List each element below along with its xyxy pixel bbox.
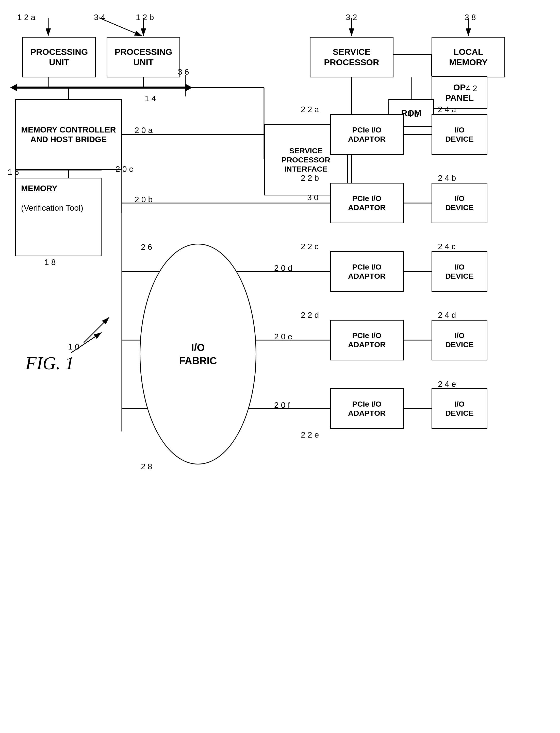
io-device-e-box: I/ODEVICE <box>432 388 487 429</box>
figure-label-text: FIG. 1 <box>25 353 74 373</box>
pcie-io-adaptor-e-box: PCIe I/OADAPTOR <box>330 388 404 429</box>
ref-24e: 2 4 e <box>438 379 456 389</box>
ref-14: 1 4 <box>145 94 156 103</box>
pcie-io-adaptor-a-box: PCIe I/OADAPTOR <box>330 114 404 155</box>
svg-line-47 <box>84 317 109 343</box>
ref-22a: 2 2 a <box>301 105 319 114</box>
ref-22d: 2 2 d <box>301 311 319 320</box>
ref-42: 4 2 <box>466 84 477 93</box>
processing-unit-b-label: PROCESSINGUNIT <box>115 47 172 68</box>
ref-10: 1 0 <box>68 342 79 352</box>
op-panel-box: OPPANEL <box>432 76 487 109</box>
local-memory-box: LOCALMEMORY <box>432 37 505 77</box>
processing-unit-b-box: PROCESSINGUNIT <box>107 37 180 77</box>
io-device-c-box: I/ODEVICE <box>432 251 487 292</box>
processing-unit-a-label: PROCESSING UNIT <box>23 47 95 68</box>
ref-20f: 2 0 f <box>274 400 290 410</box>
pcie-io-adaptor-d-label: PCIe I/OADAPTOR <box>348 331 386 349</box>
io-device-b-label: I/ODEVICE <box>445 194 474 212</box>
pcie-io-adaptor-c-label: PCIe I/OADAPTOR <box>348 263 386 281</box>
service-processor-interface-label: SERVICEPROCESSORINTERFACE <box>282 146 330 174</box>
svg-marker-11 <box>10 84 17 91</box>
service-processor-label: SERVICEPROCESSOR <box>324 47 379 68</box>
ref-34: 3 4 <box>94 13 105 22</box>
memory-sublabel: (Verification Tool) <box>21 203 83 213</box>
ref-28: 2 8 <box>141 462 152 471</box>
ref-32: 3 2 <box>346 13 357 22</box>
ref-24b: 2 4 b <box>438 173 456 183</box>
pcie-io-adaptor-e-label: PCIe I/OADAPTOR <box>348 399 386 418</box>
processing-unit-a-box: PROCESSING UNIT <box>22 37 96 77</box>
io-device-b-box: I/ODEVICE <box>432 183 487 223</box>
local-memory-label: LOCALMEMORY <box>449 47 488 68</box>
ref-26: 2 6 <box>141 242 152 252</box>
pcie-io-adaptor-b-label: PCIe I/OADAPTOR <box>348 194 386 212</box>
ref-20a: 2 0 a <box>135 126 153 135</box>
ref-20b: 2 0 b <box>135 195 153 204</box>
io-fabric-label: I/OFABRIC <box>179 341 217 367</box>
pcie-io-adaptor-d-box: PCIe I/OADAPTOR <box>330 320 404 361</box>
ref-22e: 2 2 e <box>301 430 319 439</box>
ref-38: 3 8 <box>465 13 476 22</box>
ref-24c: 2 4 c <box>438 242 455 251</box>
io-device-d-label: I/ODEVICE <box>445 331 474 349</box>
ref-24a: 2 4 a <box>438 105 456 114</box>
pcie-io-adaptor-c-box: PCIe I/OADAPTOR <box>330 251 404 292</box>
diagram: PROCESSING UNIT PROCESSINGUNIT SERVICEPR… <box>0 0 560 733</box>
ref-40: 4 0 <box>407 110 419 119</box>
io-device-c-label: I/ODEVICE <box>445 263 474 281</box>
io-device-a-label: I/ODEVICE <box>445 125 474 144</box>
ref-24d: 2 4 d <box>438 311 456 320</box>
ref-20c: 2 0 c <box>116 165 133 174</box>
memory-controller-box: MEMORY CONTROLLERAND HOST BRIDGE <box>15 99 122 170</box>
ref-16: 1 6 <box>8 168 19 177</box>
ref-20d: 2 0 d <box>274 264 292 273</box>
ref-22c: 2 2 c <box>301 242 318 251</box>
ref-12b: 1 2 b <box>136 13 154 22</box>
pcie-io-adaptor-b-box: PCIe I/OADAPTOR <box>330 183 404 223</box>
pcie-io-adaptor-a-label: PCIe I/OADAPTOR <box>348 125 386 144</box>
io-device-d-box: I/ODEVICE <box>432 320 487 361</box>
ref-18: 1 8 <box>44 258 56 267</box>
memory-controller-label: MEMORY CONTROLLERAND HOST BRIDGE <box>21 125 116 144</box>
io-device-e-label: I/ODEVICE <box>445 399 474 418</box>
io-device-a-box: I/ODEVICE <box>432 114 487 155</box>
ref-36: 3 6 <box>178 67 189 77</box>
ref-20e: 2 0 e <box>274 332 292 342</box>
svg-marker-12 <box>185 84 192 91</box>
io-fabric-oval: I/OFABRIC <box>140 244 256 464</box>
memory-box: MEMORY (Verification Tool) <box>15 178 102 256</box>
ref-22b: 2 2 b <box>301 173 319 183</box>
ref-30: 3 0 <box>307 193 318 202</box>
memory-label: MEMORY <box>21 184 57 193</box>
service-processor-box: SERVICEPROCESSOR <box>310 37 393 77</box>
figure-label: FIG. 1 <box>25 353 74 374</box>
ref-12a: 1 2 a <box>17 13 35 22</box>
